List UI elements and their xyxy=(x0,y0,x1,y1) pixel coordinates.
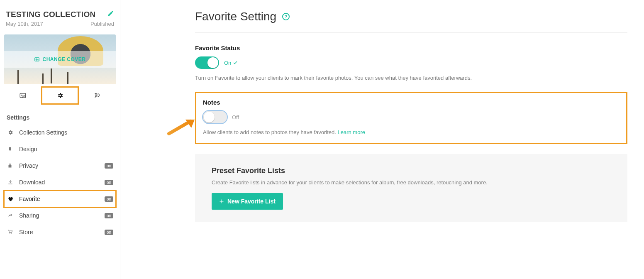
notes-hint-text: Allow clients to add notes to photos the… xyxy=(203,129,337,135)
change-cover-label: CHANGE COVER xyxy=(42,56,85,62)
on-badge: on xyxy=(105,180,113,185)
sidebar-item-label: Download xyxy=(19,179,100,186)
sidebar-item-favorite[interactable]: Favorite on xyxy=(4,191,116,207)
favorite-status-toggle[interactable] xyxy=(195,56,219,69)
sidebar-tabs xyxy=(4,87,116,104)
preset-section: Preset Favorite Lists Create Favorite li… xyxy=(195,154,627,222)
tab-activity[interactable] xyxy=(78,87,116,104)
bookmark-icon xyxy=(7,146,14,152)
preset-desc: Create Favorite lists in advance for you… xyxy=(212,179,611,186)
collection-title: TESTING COLLECTION xyxy=(6,10,96,19)
share-icon xyxy=(7,213,14,218)
favorite-status-hint: Turn on Favorite to allow your clients t… xyxy=(195,75,627,81)
settings-section-label: Settings xyxy=(4,104,116,124)
preset-heading: Preset Favorite Lists xyxy=(212,166,611,175)
svg-point-3 xyxy=(21,95,22,96)
on-badge: on xyxy=(105,230,113,235)
sidebar-item-store[interactable]: Store on xyxy=(4,224,116,240)
svg-point-5 xyxy=(11,233,12,234)
annotation-arrow-icon xyxy=(167,117,197,135)
sidebar-item-download[interactable]: Download on xyxy=(4,174,116,191)
notes-heading: Notes xyxy=(203,99,620,106)
sidebar-item-sharing[interactable]: Sharing on xyxy=(4,207,116,224)
edit-icon[interactable] xyxy=(107,10,114,17)
favorite-status-section: Favorite Status On Turn on Favorite to a… xyxy=(195,33,627,81)
sidebar-item-privacy[interactable]: Privacy on xyxy=(4,157,116,174)
collection-status: Published xyxy=(90,21,114,27)
svg-point-1 xyxy=(36,59,37,59)
settings-menu: Collection Settings Design Privacy on Do… xyxy=(4,124,116,240)
sidebar-item-label: Favorite xyxy=(19,196,100,202)
favorite-status-state-text: On xyxy=(224,60,231,66)
help-icon[interactable]: ? xyxy=(282,13,290,20)
sidebar-item-label: Design xyxy=(19,146,113,152)
gear-icon xyxy=(7,130,14,135)
sidebar-item-label: Store xyxy=(19,229,100,235)
notes-toggle[interactable] xyxy=(203,111,227,123)
favorite-status-state: On xyxy=(224,60,238,66)
plus-icon xyxy=(219,199,224,204)
new-favorite-list-label: New Favorite List xyxy=(227,198,276,205)
on-badge: on xyxy=(105,213,113,218)
download-icon xyxy=(7,179,14,185)
page-title: Favorite Setting xyxy=(195,10,276,23)
sidebar-item-label: Sharing xyxy=(19,212,100,219)
tab-settings[interactable] xyxy=(41,87,79,104)
on-badge: on xyxy=(105,163,113,169)
sidebar-item-label: Collection Settings xyxy=(19,129,113,136)
favorite-status-heading: Favorite Status xyxy=(195,44,627,51)
new-favorite-list-button[interactable]: New Favorite List xyxy=(212,193,283,210)
check-icon xyxy=(233,60,238,65)
collection-date: May 10th, 2017 xyxy=(6,21,43,27)
sidebar-item-collection-settings[interactable]: Collection Settings xyxy=(4,124,116,141)
heart-icon xyxy=(7,196,14,202)
cart-icon xyxy=(7,229,14,235)
notes-section: Notes Off Allow clients to add notes to … xyxy=(195,92,627,144)
sidebar-item-design[interactable]: Design xyxy=(4,141,116,157)
notes-hint: Allow clients to add notes to photos the… xyxy=(203,129,620,135)
main-content: Favorite Setting ? Favorite Status On Tu… xyxy=(120,0,644,279)
change-cover-button[interactable]: CHANGE COVER xyxy=(4,51,116,68)
learn-more-link[interactable]: Learn more xyxy=(337,129,365,135)
sidebar: TESTING COLLECTION May 10th, 2017 Publis… xyxy=(0,0,120,279)
notes-state: Off xyxy=(232,114,239,120)
tab-photos[interactable] xyxy=(4,87,41,104)
cover-image: CHANGE COVER xyxy=(4,34,116,84)
svg-point-4 xyxy=(10,233,10,234)
on-badge: on xyxy=(105,196,113,202)
sidebar-item-label: Privacy xyxy=(19,162,100,169)
lock-icon xyxy=(7,163,14,169)
